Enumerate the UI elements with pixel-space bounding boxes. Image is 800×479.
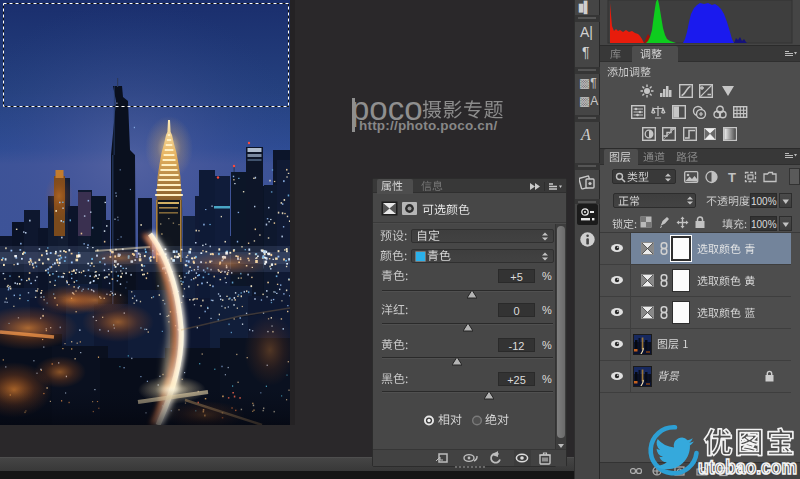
- svg-text:utobao.com: utobao.com: [698, 456, 797, 478]
- svg-text:T: T: [728, 170, 736, 184]
